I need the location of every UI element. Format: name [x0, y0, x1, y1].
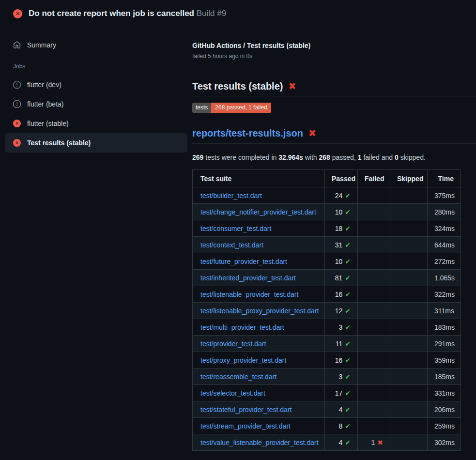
suite-cell: test/context_test.dart	[193, 237, 325, 253]
sidebar-item-flutter-dev[interactable]: flutter (dev)	[5, 75, 187, 94]
cell-value: 4	[338, 439, 342, 446]
suite-cell: test/multi_provider_test.dart	[193, 319, 325, 336]
divider	[192, 69, 476, 69]
table-row: test/multi_provider_test.dart3✔183ms	[193, 319, 461, 336]
sidebar-item-summary[interactable]: Summary	[5, 35, 187, 55]
cell-value: 3	[338, 373, 342, 381]
check-icon: ✔	[345, 225, 351, 232]
passed-count: 268	[319, 153, 330, 161]
time-cell: 331ms	[428, 385, 461, 401]
failed-cell	[358, 418, 390, 434]
cell-value: 81	[335, 274, 343, 282]
sidebar-item-test-results-stable[interactable]: ✕ Test results (stable)	[5, 133, 187, 153]
suite-link[interactable]: test/selector_test.dart	[200, 389, 265, 397]
results-table-body: test/builder_test.dart24✔375mstest/chang…	[193, 187, 461, 451]
total-count: 269	[192, 153, 203, 161]
time-cell: 375ms	[428, 187, 461, 204]
skipped-cell	[390, 303, 428, 319]
skipped-cell	[390, 418, 428, 434]
suite-link[interactable]: test/listenable_provider_test.dart	[200, 291, 298, 298]
summary-line: 269 tests were completed in 32.964s with…	[192, 153, 476, 161]
cell-value: 24	[335, 192, 343, 199]
suite-link[interactable]: test/context_test.dart	[200, 241, 263, 249]
time-cell: 280ms	[428, 204, 461, 220]
time-cell: 206ms	[428, 401, 461, 418]
check-icon: ✔	[345, 373, 351, 381]
skipped-cell	[390, 401, 428, 418]
suite-cell: test/reassemble_test.dart	[193, 368, 325, 385]
check-icon: ✔	[345, 208, 351, 216]
time-cell: 183ms	[428, 319, 461, 336]
jobs-list: flutter (dev) flutter (beta) ✕ flutter (…	[5, 75, 187, 153]
failed-cell	[358, 187, 390, 204]
suite-link[interactable]: test/change_notifier_provider_test.dart	[200, 208, 316, 216]
skipped-cell	[390, 319, 428, 336]
check-icon: ✔	[345, 439, 351, 446]
suite-link[interactable]: test/value_listenable_provider_test.dart	[200, 439, 319, 446]
col-failed: Failed	[358, 170, 390, 187]
passed-cell: 4✔	[325, 401, 358, 418]
passed-cell: 11✔	[325, 336, 358, 352]
suite-link[interactable]: test/inherited_provider_test.dart	[200, 274, 296, 282]
cell-value: 31	[335, 241, 343, 249]
badge-label: tests	[192, 103, 211, 113]
suite-link[interactable]: test/multi_provider_test.dart	[200, 323, 284, 331]
time-cell: 291ms	[428, 336, 461, 352]
sidebar-item-flutter-beta[interactable]: flutter (beta)	[5, 94, 187, 114]
failed-cell: 1✖	[358, 434, 390, 451]
skipped-cell	[390, 220, 428, 237]
sidebar-item-flutter-stable[interactable]: ✕ flutter (stable)	[5, 114, 187, 133]
skipped-cell	[390, 434, 428, 451]
failed-cell	[358, 253, 390, 270]
skipped-cell	[390, 253, 428, 270]
col-passed: Passed	[325, 170, 358, 187]
suite-cell: test/listenable_provider_test.dart	[193, 286, 325, 303]
skipped-cell	[390, 204, 428, 220]
check-icon: ✔	[345, 307, 351, 315]
failed-circle-icon: ✕	[13, 9, 22, 18]
suite-link[interactable]: test/stream_provider_test.dart	[200, 422, 291, 430]
sidebar-summary-label: Summary	[27, 41, 56, 49]
suite-link[interactable]: test/reassemble_test.dart	[200, 373, 276, 381]
failed-cell	[358, 352, 390, 368]
suite-link[interactable]: test/builder_test.dart	[200, 192, 262, 199]
failed-cell	[358, 385, 390, 401]
passed-cell: 3✔	[325, 319, 358, 336]
skipped-cell	[390, 336, 428, 352]
failed-cell	[358, 237, 390, 253]
suite-cell: test/consumer_test.dart	[193, 220, 325, 237]
suite-cell: test/stateful_provider_test.dart	[193, 401, 325, 418]
failed-cell	[358, 368, 390, 385]
tests-badge: tests 268 passed, 1 failed	[192, 103, 271, 113]
job-label: flutter (beta)	[27, 100, 63, 108]
failed-circle-icon: ✕	[13, 120, 21, 127]
suite-link[interactable]: test/proxy_provider_test.dart	[200, 356, 286, 364]
cell-value: 16	[335, 356, 343, 364]
results-table: Test suite Passed Failed Skipped Time te…	[192, 169, 461, 451]
time-cell: 302ms	[428, 434, 461, 451]
suite-link[interactable]: test/stateful_provider_test.dart	[200, 406, 292, 414]
suite-link[interactable]: test/future_provider_test.dart	[200, 258, 287, 265]
table-row: test/builder_test.dart24✔375ms	[193, 187, 461, 204]
failed-cell	[358, 204, 390, 220]
report-file-link[interactable]: reports/test-results.json	[192, 128, 303, 139]
passed-cell: 16✔	[325, 286, 358, 303]
table-row: test/change_notifier_provider_test.dart1…	[193, 204, 461, 220]
suite-link[interactable]: test/consumer_test.dart	[200, 225, 271, 232]
section-heading: Test results (stable) ✖	[192, 81, 476, 92]
cell-value: 17	[335, 389, 343, 397]
cell-value: 10	[335, 258, 343, 265]
skipped-cell	[390, 368, 428, 385]
skipped-cell	[390, 270, 428, 286]
passed-cell: 18✔	[325, 220, 358, 237]
duration: 32.964s	[278, 153, 303, 161]
suite-link[interactable]: test/listenable_proxy_provider_test.dart	[200, 307, 319, 315]
table-row: test/stateful_provider_test.dart4✔206ms	[193, 401, 461, 418]
failed-cell	[358, 220, 390, 237]
suite-link[interactable]: test/provider_test.dart	[200, 340, 266, 348]
sidebar: Summary Jobs flutter (dev) flutter (beta…	[0, 27, 192, 153]
cross-icon: ✖	[377, 439, 383, 446]
table-row: test/consumer_test.dart18✔324ms	[193, 220, 461, 237]
passed-cell: 3✔	[325, 368, 358, 385]
failed-count: 1	[358, 153, 362, 161]
